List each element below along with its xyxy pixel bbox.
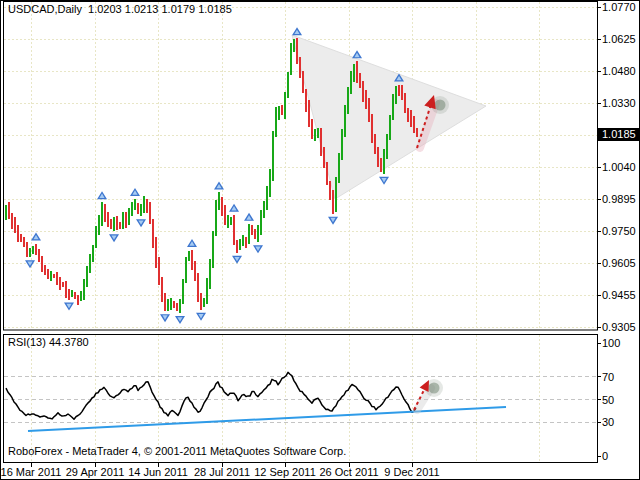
bearish-bar — [329, 181, 331, 201]
price-axis-label: 1.0040 — [602, 161, 636, 173]
forecast-up-arrow-marker — [435, 100, 446, 111]
bullish-bar — [272, 131, 274, 181]
bullish-bar — [350, 71, 352, 94]
bearish-bar — [356, 61, 358, 82]
price-axis-label: 0.9305 — [602, 321, 636, 333]
rsi-axis-label: 0 — [602, 450, 608, 462]
bearish-bar — [401, 85, 403, 100]
date-label: 12 Sep 2011 — [249, 466, 321, 478]
bullish-bar — [101, 202, 103, 225]
bullish-bar — [5, 205, 7, 220]
bearish-bar — [371, 114, 373, 143]
bullish-bar — [209, 259, 211, 290]
bearish-bar — [26, 242, 28, 257]
bearish-bar — [236, 240, 238, 253]
bearish-bar — [221, 197, 223, 216]
copyright-text: RoboForex - MetaTrader 4, © 2001-2011 Me… — [8, 445, 346, 457]
bullish-bar — [278, 106, 280, 120]
bearish-bar — [398, 85, 400, 96]
bullish-bar — [383, 149, 385, 174]
bearish-bar — [281, 105, 283, 116]
bearish-bar — [224, 205, 226, 225]
bearish-bar — [299, 57, 301, 77]
bullish-bar — [230, 217, 232, 225]
bearish-bar — [17, 225, 19, 242]
price-axis-label: 0.9605 — [602, 257, 636, 269]
chart-canvas[interactable] — [1, 1, 640, 480]
bullish-bar — [248, 224, 250, 245]
bullish-bar — [284, 92, 286, 119]
current-price-tag: 1.0185 — [598, 128, 640, 141]
bearish-bar — [251, 225, 253, 235]
bullish-bar — [71, 290, 73, 297]
rsi-forecast-arrow-marker — [429, 383, 440, 394]
price-axis-label: 1.0330 — [602, 97, 636, 109]
rsi-indicator-label: RSI(13) 44.3780 — [8, 336, 89, 348]
bullish-bar — [287, 72, 289, 98]
bearish-bar — [158, 257, 160, 285]
bullish-bar — [80, 291, 82, 302]
bullish-bar — [242, 235, 244, 246]
bearish-bar — [404, 93, 406, 114]
bearish-bar — [407, 108, 409, 122]
bearish-bar — [332, 190, 334, 214]
bullish-bar — [341, 129, 343, 160]
bearish-bar — [368, 98, 370, 122]
bearish-bar — [380, 158, 382, 173]
bearish-bar — [53, 274, 55, 279]
price-axis-label: 1.0625 — [602, 33, 636, 45]
bullish-bar — [92, 245, 94, 262]
bearish-bar — [194, 261, 196, 282]
bullish-bar — [182, 279, 184, 304]
bearish-bar — [41, 256, 43, 272]
bearish-bar — [245, 237, 247, 248]
bearish-bar — [119, 222, 121, 230]
date-label: 26 Oct 2011 — [313, 466, 385, 478]
bearish-bar — [77, 295, 79, 305]
bullish-bar — [347, 87, 349, 115]
bullish-bar — [29, 248, 31, 257]
bullish-bar — [218, 192, 220, 210]
bearish-bar — [152, 219, 154, 248]
rsi-line — [6, 372, 416, 419]
bullish-bar — [257, 225, 259, 242]
bearish-bar — [191, 250, 193, 271]
bearish-bar — [68, 289, 70, 300]
bearish-bar — [416, 128, 418, 138]
bearish-bar — [38, 249, 40, 263]
bearish-bar — [23, 237, 25, 247]
date-label: 14 Jun 2011 — [122, 466, 194, 478]
bearish-bar — [47, 269, 49, 279]
bullish-bar — [179, 299, 181, 313]
bullish-bar — [206, 278, 208, 303]
bearish-bar — [149, 202, 151, 223]
bullish-bar — [263, 201, 265, 218]
bearish-bar — [254, 229, 256, 239]
time-axis[interactable]: 16 Mar 201129 Apr 201114 Jun 201128 Jul … — [1, 464, 640, 480]
bullish-bar — [188, 251, 190, 261]
price-axis-label: 0.9895 — [602, 193, 636, 205]
bullish-bar — [386, 134, 388, 159]
bearish-bar — [305, 89, 307, 113]
bearish-bar — [326, 162, 328, 184]
bearish-bar — [233, 215, 235, 245]
bearish-bar — [413, 116, 415, 133]
rsi-trendline — [28, 407, 506, 431]
bearish-bar — [65, 281, 67, 298]
bullish-bar — [185, 257, 187, 284]
bullish-bar — [122, 212, 124, 228]
bullish-bar — [344, 105, 346, 137]
price-axis-label: 1.0480 — [602, 65, 636, 77]
bullish-bar — [260, 210, 262, 235]
price-axis-label: 0.9455 — [602, 289, 636, 301]
bullish-bar — [95, 226, 97, 247]
bullish-bar — [269, 169, 271, 196]
bullish-bar — [317, 128, 319, 138]
bullish-bar — [215, 200, 217, 236]
bearish-bar — [56, 272, 58, 285]
date-label: 9 Dec 2011 — [376, 466, 448, 478]
bullish-bar — [170, 298, 172, 310]
bearish-bar — [164, 293, 166, 311]
bearish-bar — [365, 90, 367, 109]
bullish-bar — [50, 271, 52, 281]
